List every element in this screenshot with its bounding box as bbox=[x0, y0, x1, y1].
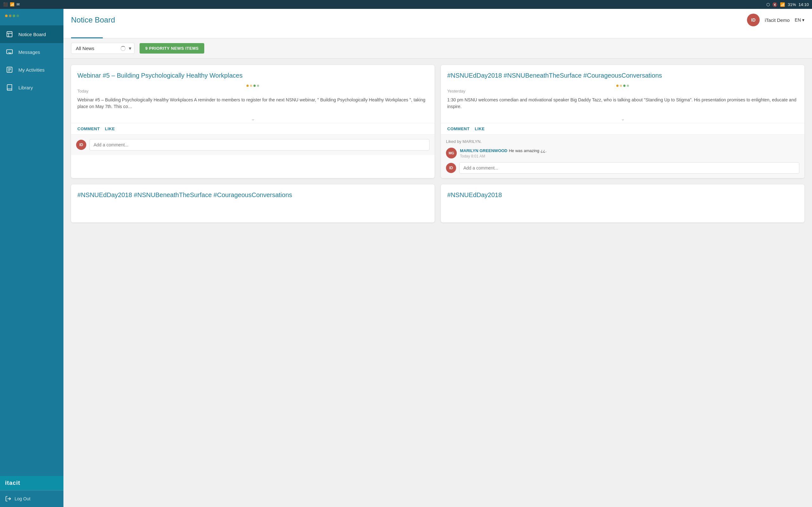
status-bar: ⬛ 📶 ✉ ⬡ 🔇 📶 31% 14:10 bbox=[0, 0, 812, 9]
comment-input-1[interactable] bbox=[90, 139, 429, 151]
bluetooth-icon: ⬡ bbox=[766, 2, 770, 7]
expand-icon-2: ⌄ bbox=[441, 114, 804, 123]
card-4-partial: #NSNUEdDay2018 bbox=[441, 184, 804, 222]
sidebar-item-my-activities[interactable]: My Activities bbox=[0, 61, 63, 78]
sidebar-label-messages: Messages bbox=[18, 49, 40, 55]
logo-dots bbox=[5, 14, 19, 17]
loader-dot-3 bbox=[253, 84, 256, 87]
comment-button-2[interactable]: COMMENT bbox=[447, 126, 470, 131]
card-3-partial: #NSNUEdDay2018 #NSNUBeneathTheSurface #C… bbox=[71, 184, 435, 222]
sidebar-label-notice-board: Notice Board bbox=[18, 32, 46, 37]
like-button-2[interactable]: LIKE bbox=[475, 126, 485, 131]
filter-loading-indicator bbox=[120, 46, 125, 51]
card-text-2: 1:30 pm NSNU welcomes comedian and motiv… bbox=[447, 97, 798, 110]
header-right: ID iTacit Demo EN ▾ bbox=[747, 14, 804, 26]
loader-dot-8 bbox=[627, 84, 629, 87]
status-bar-left: ⬛ 📶 ✉ bbox=[3, 2, 20, 7]
sidebar-item-notice-board[interactable]: Notice Board bbox=[0, 25, 63, 43]
comment-input-row-1: ID bbox=[76, 139, 429, 151]
sidebar-nav: Notice Board Messages bbox=[0, 23, 63, 476]
logo-dot-1 bbox=[5, 14, 8, 17]
card-date-1: Today bbox=[78, 89, 428, 94]
logo-dot-3 bbox=[13, 14, 15, 17]
page-title: Notice Board bbox=[71, 15, 115, 24]
comment-line-1: MARILYN GREENWOOD He was amazing ¿¿. bbox=[460, 148, 547, 153]
loader-dot-2 bbox=[250, 84, 252, 87]
comment-section-2: Liked by MARILYN. MG MARILYN GREENWOOD H… bbox=[441, 134, 804, 178]
tab-bar bbox=[63, 31, 812, 38]
card-actions-2: COMMENT LIKE bbox=[441, 123, 804, 134]
priority-news-button[interactable]: 9 PRIORITY NEWS ITEMS bbox=[140, 43, 204, 54]
liked-by-2: Liked by MARILYN. bbox=[446, 139, 799, 144]
time-display: 14:10 bbox=[798, 2, 809, 7]
email-icon: ✉ bbox=[16, 2, 20, 7]
logout-label: Log Out bbox=[14, 496, 31, 501]
card-loader-2 bbox=[447, 83, 798, 89]
card-body-3: #NSNUEdDay2018 #NSNUBeneathTheSurface #C… bbox=[71, 184, 435, 199]
comment-section-1: ID bbox=[71, 134, 435, 155]
card-body-1: Webinar #5 – Building Psychologically He… bbox=[71, 65, 435, 110]
tab-main[interactable] bbox=[71, 31, 103, 38]
cards-area: Webinar #5 – Building Psychologically He… bbox=[63, 59, 812, 507]
card-nsnu-ed-day: #NSNUEdDay2018 #NSNUBeneathTheSurface #C… bbox=[441, 65, 804, 178]
card-loader-1 bbox=[78, 83, 428, 89]
logo-dot-4 bbox=[16, 14, 19, 17]
comment-item-1: MG MARILYN GREENWOOD He was amazing ¿¿. … bbox=[446, 148, 799, 158]
cards-grid: Webinar #5 – Building Psychologically He… bbox=[71, 65, 804, 222]
expand-icon-1: ⌄ bbox=[71, 114, 435, 123]
card-body-4: #NSNUEdDay2018 bbox=[441, 184, 804, 199]
card-title-3: #NSNUEdDay2018 #NSNUBeneathTheSurface #C… bbox=[78, 191, 428, 199]
card-webinar: Webinar #5 – Building Psychologically He… bbox=[71, 65, 435, 178]
filter-bar: All News 9 PRIORITY NEWS ITEMS bbox=[63, 38, 812, 59]
user-avatar: ID bbox=[747, 14, 760, 26]
comment-content-1: MARILYN GREENWOOD He was amazing ¿¿. Tod… bbox=[460, 148, 547, 158]
messages-icon bbox=[5, 48, 14, 56]
chevron-down-icon: ▾ bbox=[802, 17, 804, 22]
card-date-2: Yesterday bbox=[447, 89, 798, 94]
app-header: Notice Board ID iTacit Demo EN ▾ bbox=[63, 9, 812, 31]
card-actions-1: COMMENT LIKE bbox=[71, 123, 435, 134]
screen-icon: ⬛ bbox=[3, 2, 8, 7]
sidebar-item-library[interactable]: Library bbox=[0, 78, 63, 96]
comment-author-1: MARILYN GREENWOOD bbox=[460, 148, 507, 153]
card-title-1: Webinar #5 – Building Psychologically He… bbox=[78, 71, 428, 79]
loader-dot-1 bbox=[247, 84, 249, 87]
library-icon bbox=[5, 83, 14, 92]
language-selector[interactable]: EN ▾ bbox=[795, 17, 804, 22]
notice-board-icon bbox=[5, 30, 14, 39]
like-button-1[interactable]: LIKE bbox=[105, 126, 115, 131]
comment-input-2[interactable] bbox=[459, 162, 799, 174]
sidebar-bottom: Log Out bbox=[0, 490, 63, 507]
loader-dot-7 bbox=[623, 84, 625, 87]
sidebar: Notice Board Messages bbox=[0, 9, 63, 507]
sidebar-logo bbox=[0, 9, 63, 23]
wifi-icon: 📶 bbox=[10, 2, 14, 7]
user-name: iTacit Demo bbox=[765, 17, 790, 23]
status-bar-right: ⬡ 🔇 📶 31% 14:10 bbox=[766, 2, 809, 7]
logo-dot-2 bbox=[9, 14, 11, 17]
sidebar-item-messages[interactable]: Messages bbox=[0, 43, 63, 61]
comment-avatar-1: ID bbox=[76, 140, 86, 150]
comment-input-row-2: ID bbox=[446, 162, 799, 174]
logout-button[interactable]: Log Out bbox=[5, 496, 58, 502]
commenter-avatar-mg: MG bbox=[446, 148, 457, 158]
battery-level: 31% bbox=[788, 2, 796, 7]
comment-avatar-2: ID bbox=[446, 163, 456, 173]
signal-icon: 📶 bbox=[780, 2, 785, 7]
svg-rect-0 bbox=[7, 32, 12, 37]
comment-time-1: Today 8:01 AM bbox=[460, 154, 547, 158]
card-text-1: Webinar #5 – Building Psychologically He… bbox=[78, 97, 428, 110]
filter-select-wrapper: All News bbox=[71, 43, 135, 54]
main-content: Notice Board ID iTacit Demo EN ▾ All New… bbox=[63, 9, 812, 507]
language-label: EN bbox=[795, 17, 801, 22]
comment-text-1: He was amazing ¿¿. bbox=[509, 148, 547, 153]
sidebar-label-library: Library bbox=[18, 85, 33, 90]
loader-dot-6 bbox=[620, 84, 622, 87]
comment-button-1[interactable]: COMMENT bbox=[78, 126, 100, 131]
sidebar-label-my-activities: My Activities bbox=[18, 67, 45, 72]
loader-dot-4 bbox=[257, 84, 259, 87]
loader-dot-5 bbox=[616, 84, 618, 87]
mute-icon: 🔇 bbox=[772, 2, 777, 7]
my-activities-icon bbox=[5, 65, 14, 74]
itacit-logo: itacit bbox=[0, 476, 63, 490]
